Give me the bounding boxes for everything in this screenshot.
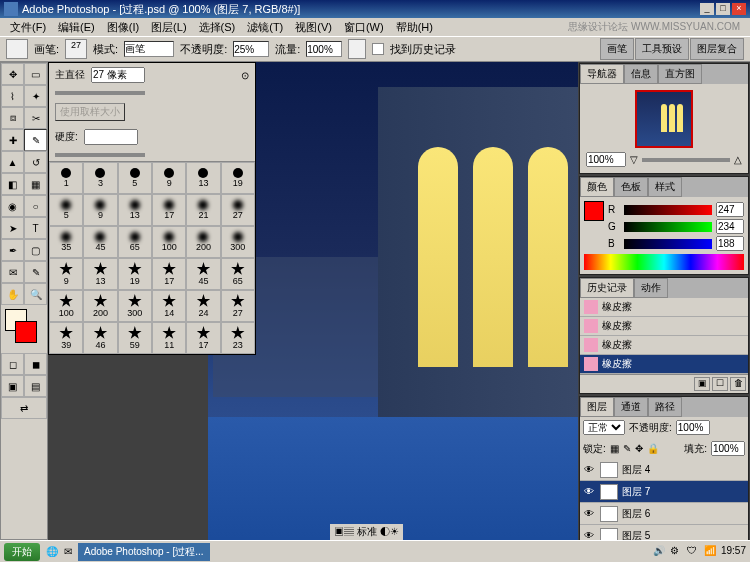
screen-full-menu[interactable]: ▤ — [24, 375, 47, 397]
brush-preset[interactable]: 19 — [221, 162, 255, 194]
brush-preset[interactable]: 35 — [49, 226, 83, 258]
tray-icon[interactable]: ⚙ — [670, 545, 684, 559]
lock-trans-icon[interactable]: ▦ — [610, 443, 619, 454]
tool-history-brush[interactable]: ↺ — [24, 151, 47, 173]
tool-eyedropper[interactable]: ✎ — [24, 261, 47, 283]
tab-paths[interactable]: 路径 — [648, 397, 682, 417]
tool-brush[interactable]: ✎ — [24, 129, 47, 151]
screen-mode-icons-2[interactable]: ◐☀ — [380, 526, 399, 537]
hardness-input[interactable] — [84, 129, 138, 145]
visibility-icon[interactable]: 👁 — [582, 485, 596, 499]
screen-standard[interactable]: ▣ — [1, 375, 24, 397]
tab-color[interactable]: 颜色 — [580, 177, 614, 197]
brush-preset[interactable]: 45 — [186, 258, 220, 290]
tool-zoom[interactable]: 🔍 — [24, 283, 47, 305]
opacity-input[interactable] — [233, 41, 269, 57]
brush-preset[interactable]: 23 — [221, 322, 255, 354]
brush-preset[interactable]: 13 — [118, 194, 152, 226]
history-delete-icon[interactable]: 🗑 — [730, 377, 746, 391]
tool-shape[interactable]: ▢ — [24, 239, 47, 261]
menu-file[interactable]: 文件(F) — [4, 18, 52, 37]
tray-icon[interactable]: 📶 — [704, 545, 718, 559]
brush-preset[interactable]: 11 — [152, 322, 186, 354]
panel-menu-icon[interactable]: ⊙ — [241, 70, 249, 81]
brush-preset[interactable]: 65 — [118, 226, 152, 258]
taskbar-item[interactable]: Adobe Photoshop - [过程... — [78, 543, 210, 561]
brush-preset[interactable]: 200 — [83, 290, 117, 322]
tab-brushes[interactable]: 画笔 — [600, 38, 634, 60]
airbrush-icon[interactable] — [348, 39, 366, 59]
lock-all-icon[interactable]: 🔒 — [647, 443, 659, 454]
brush-preset[interactable]: 100 — [49, 290, 83, 322]
zoom-input[interactable] — [586, 152, 626, 167]
sample-size-button[interactable]: 使用取样大小 — [55, 103, 125, 121]
menu-image[interactable]: 图像(I) — [101, 18, 145, 37]
tool-dodge[interactable]: ○ — [24, 195, 47, 217]
navigator-thumbnail[interactable] — [635, 90, 693, 148]
brush-preset[interactable]: 5 — [49, 194, 83, 226]
layer-item[interactable]: 👁图层 6 — [580, 503, 748, 525]
flow-input[interactable] — [306, 41, 342, 57]
menu-filter[interactable]: 滤镜(T) — [241, 18, 289, 37]
r-input[interactable] — [716, 202, 744, 217]
brush-preset[interactable]: 5 — [118, 162, 152, 194]
tool-marquee[interactable]: ▭ — [24, 63, 47, 85]
layer-item[interactable]: 👁图层 7 — [580, 481, 748, 503]
tab-tool-presets[interactable]: 工具预设 — [635, 38, 689, 60]
g-slider[interactable] — [624, 222, 712, 232]
history-new-icon[interactable]: ☐ — [712, 377, 728, 391]
brush-preset[interactable]: 3 — [83, 162, 117, 194]
menu-help[interactable]: 帮助(H) — [390, 18, 439, 37]
tool-blur[interactable]: ◉ — [1, 195, 24, 217]
brush-preset[interactable]: 100 — [152, 226, 186, 258]
menu-edit[interactable]: 编辑(E) — [52, 18, 101, 37]
tab-layer-comps[interactable]: 图层复合 — [690, 38, 744, 60]
tool-lasso[interactable]: ⌇ — [1, 85, 24, 107]
tab-layers[interactable]: 图层 — [580, 397, 614, 417]
brush-preset[interactable]: 27 — [221, 290, 255, 322]
quickmask-off[interactable]: ◻ — [1, 353, 24, 375]
brush-preset[interactable]: 14 — [152, 290, 186, 322]
tab-swatches[interactable]: 色板 — [614, 177, 648, 197]
screen-mode-icons[interactable]: ▣▤ — [334, 526, 354, 537]
tab-channels[interactable]: 通道 — [614, 397, 648, 417]
fill-input[interactable] — [711, 441, 745, 456]
close-button[interactable]: × — [732, 3, 746, 15]
brush-preset[interactable]: 300 — [221, 226, 255, 258]
history-snapshot-icon[interactable]: ▣ — [694, 377, 710, 391]
history-item[interactable]: 橡皮擦 — [580, 336, 748, 355]
tool-stamp[interactable]: ▲ — [1, 151, 24, 173]
menu-layer[interactable]: 图层(L) — [145, 18, 192, 37]
zoom-in-icon[interactable]: △ — [734, 154, 742, 165]
tool-notes[interactable]: ✉ — [1, 261, 24, 283]
color-spectrum[interactable] — [584, 254, 744, 270]
layer-opacity-input[interactable] — [676, 420, 710, 435]
tool-slice[interactable]: ✂ — [24, 107, 47, 129]
minimize-button[interactable]: _ — [700, 3, 714, 15]
tool-type[interactable]: T — [24, 217, 47, 239]
color-fg-swatch[interactable] — [584, 201, 604, 221]
jump-imageready[interactable]: ⇄ — [1, 397, 47, 419]
diameter-slider[interactable] — [55, 91, 145, 95]
zoom-slider[interactable] — [642, 158, 730, 162]
b-slider[interactable] — [624, 239, 712, 249]
brush-preview[interactable]: 27 — [65, 39, 87, 59]
zoom-out-icon[interactable]: ▽ — [630, 154, 638, 165]
brush-preset[interactable]: 19 — [118, 258, 152, 290]
quicklaunch-icon[interactable]: ✉ — [64, 546, 72, 557]
visibility-icon[interactable]: 👁 — [582, 507, 596, 521]
brush-preset[interactable]: 21 — [186, 194, 220, 226]
tab-styles[interactable]: 样式 — [648, 177, 682, 197]
lock-paint-icon[interactable]: ✎ — [623, 443, 631, 454]
blend-mode-select[interactable]: 正常 — [583, 420, 625, 435]
g-input[interactable] — [716, 219, 744, 234]
maximize-button[interactable]: □ — [716, 3, 730, 15]
brush-preset[interactable]: 17 — [186, 322, 220, 354]
brush-preset[interactable]: 9 — [49, 258, 83, 290]
r-slider[interactable] — [624, 205, 712, 215]
document-canvas[interactable] — [208, 62, 578, 540]
tab-histogram[interactable]: 直方图 — [658, 64, 702, 84]
clock[interactable]: 19:57 — [721, 545, 746, 559]
brush-preset[interactable]: 65 — [221, 258, 255, 290]
tab-actions[interactable]: 动作 — [634, 278, 668, 298]
